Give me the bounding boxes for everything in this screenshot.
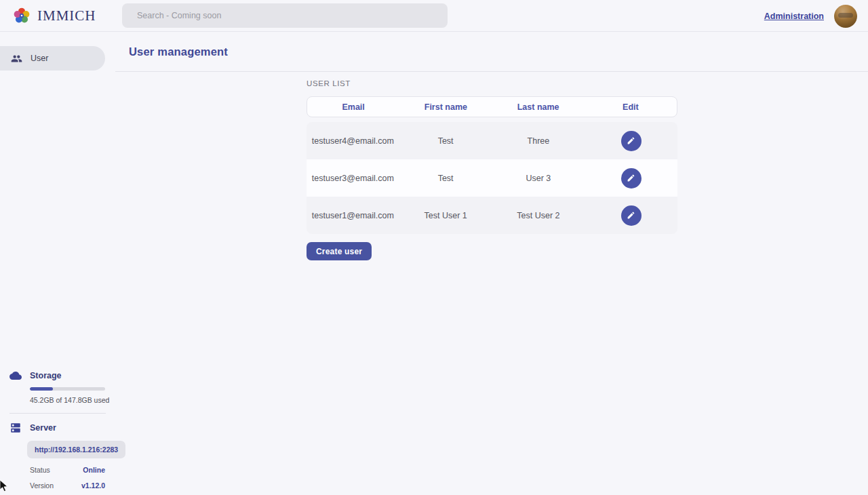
storage-title: Storage	[30, 371, 62, 380]
status-value: Online	[83, 466, 105, 474]
user-email-cell: testuser3@email.com	[307, 174, 399, 183]
brand-wordmark: IMMICH	[37, 7, 96, 24]
user-last-name-cell: Test User 2	[492, 211, 585, 220]
page-title: User management	[129, 45, 228, 58]
user-email-cell: testuser1@email.com	[307, 211, 399, 220]
body-wrap: User Storage 45.2GB of 147.8GB used	[0, 32, 868, 495]
pencil-icon	[627, 174, 635, 182]
storage-section: Storage	[9, 370, 115, 382]
user-list-label: USER LIST	[307, 79, 868, 87]
version-value: v1.12.0	[81, 481, 105, 490]
user-last-name-cell: User 3	[492, 174, 585, 183]
server-version-row: Version v1.12.0	[30, 481, 105, 490]
sidebar-item-user[interactable]: User	[0, 46, 105, 71]
topbar-right: Administration	[764, 0, 857, 32]
sidebar-item-label: User	[31, 54, 48, 63]
administration-link[interactable]: Administration	[764, 12, 824, 21]
column-header-email: Email	[307, 102, 399, 112]
sidebar-divider	[9, 413, 106, 414]
user-email-cell: testuser4@email.com	[307, 136, 399, 146]
server-url-chip: http://192.168.1.216:2283	[27, 441, 125, 458]
edit-user-button[interactable]	[621, 205, 642, 226]
edit-user-button[interactable]	[621, 168, 642, 189]
sidebar: User Storage 45.2GB of 147.8GB used	[0, 32, 115, 495]
user-table: testuser4@email.com Test Three	[307, 122, 677, 234]
user-first-name-cell: Test	[399, 174, 492, 183]
content-body: USER LIST Email First name Last name Edi…	[115, 72, 868, 260]
user-edit-cell	[585, 168, 677, 189]
user-edit-cell	[585, 205, 677, 226]
user-first-name-cell: Test User 1	[399, 211, 492, 220]
column-header-last-name: Last name	[492, 102, 585, 112]
main-content: User management USER LIST Email First na…	[115, 32, 868, 495]
immich-flower-icon	[12, 6, 31, 25]
pencil-icon	[627, 211, 635, 220]
server-status-row: Status Online	[30, 466, 105, 474]
dns-icon	[9, 422, 22, 434]
create-user-button[interactable]: Create user	[307, 242, 372, 260]
status-label: Status	[30, 466, 50, 474]
table-row: testuser4@email.com Test Three	[307, 122, 677, 159]
storage-usage-text: 45.2GB of 147.8GB used	[30, 396, 115, 404]
storage-progress-bar	[30, 387, 105, 391]
table-row: testuser1@email.com Test User 1 Test Use…	[307, 197, 677, 234]
user-avatar[interactable]	[834, 5, 857, 28]
column-header-edit: Edit	[585, 102, 677, 112]
users-icon	[11, 53, 22, 64]
server-title: Server	[30, 423, 56, 433]
search-input[interactable]	[122, 3, 448, 28]
user-first-name-cell: Test	[399, 136, 492, 146]
column-header-first-name: First name	[399, 102, 492, 112]
pencil-icon	[627, 136, 635, 145]
version-label: Version	[30, 481, 54, 490]
edit-user-button[interactable]	[621, 131, 642, 151]
top-navbar: IMMICH Administration	[0, 0, 868, 32]
immich-logo[interactable]: IMMICH	[12, 6, 96, 25]
user-edit-cell	[585, 131, 677, 151]
storage-progress-fill	[30, 387, 53, 391]
cloud-icon	[9, 370, 22, 382]
immich-admin-page: IMMICH Administration User	[0, 0, 868, 495]
user-table-header: Email First name Last name Edit	[307, 96, 677, 117]
table-row: testuser3@email.com Test User 3	[307, 159, 677, 197]
page-header: User management	[115, 32, 868, 72]
sidebar-footer: Storage 45.2GB of 147.8GB used Server ht…	[0, 370, 115, 490]
user-last-name-cell: Three	[492, 136, 585, 146]
server-section: Server	[9, 422, 115, 434]
